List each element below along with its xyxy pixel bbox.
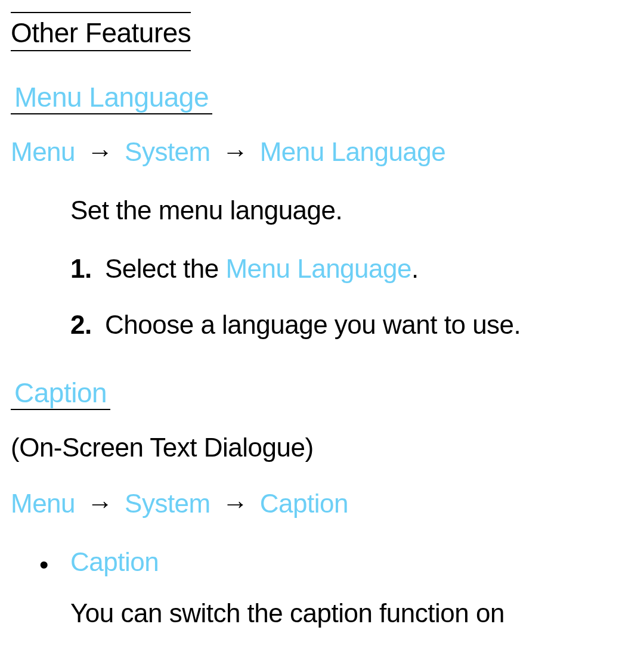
breadcrumb-item-system: System	[125, 489, 210, 518]
step-1: Select the Menu Language.	[70, 254, 633, 284]
steps-list: Select the Menu Language. Choose a langu…	[70, 254, 633, 340]
breadcrumb-menu-language: Menu → System → Menu Language	[11, 137, 633, 167]
section-heading-menu-language: Menu Language	[11, 81, 212, 114]
step-2: Choose a language you want to use.	[70, 310, 633, 340]
breadcrumb-item-menu: Menu	[11, 137, 75, 166]
page-title: Other Features	[11, 12, 191, 51]
arrow-right-icon: →	[222, 489, 248, 518]
breadcrumb-item-system: System	[125, 137, 210, 166]
caption-subtitle: (On-Screen Text Dialogue)	[11, 433, 633, 463]
step-1-prefix: Select the	[105, 254, 225, 283]
step-1-link: Menu Language	[225, 254, 411, 283]
breadcrumb-item-menu: Menu	[11, 489, 75, 518]
arrow-right-icon: →	[87, 137, 113, 166]
bullet-desc-caption: You can switch the caption function on	[70, 598, 633, 628]
caption-bullets: Caption You can switch the caption funct…	[11, 547, 633, 628]
section-heading-caption: Caption	[11, 377, 110, 410]
bullet-title-caption: Caption	[70, 547, 633, 577]
step-1-suffix: .	[411, 254, 419, 283]
arrow-right-icon: →	[87, 489, 113, 518]
bullet-caption: Caption You can switch the caption funct…	[39, 547, 633, 628]
breadcrumb-item-caption: Caption	[260, 489, 348, 518]
breadcrumb-caption: Menu → System → Caption	[11, 489, 633, 519]
breadcrumb-item-menu-language: Menu Language	[260, 137, 446, 166]
arrow-right-icon: →	[222, 137, 248, 166]
menu-language-description: Set the menu language.	[70, 195, 633, 225]
